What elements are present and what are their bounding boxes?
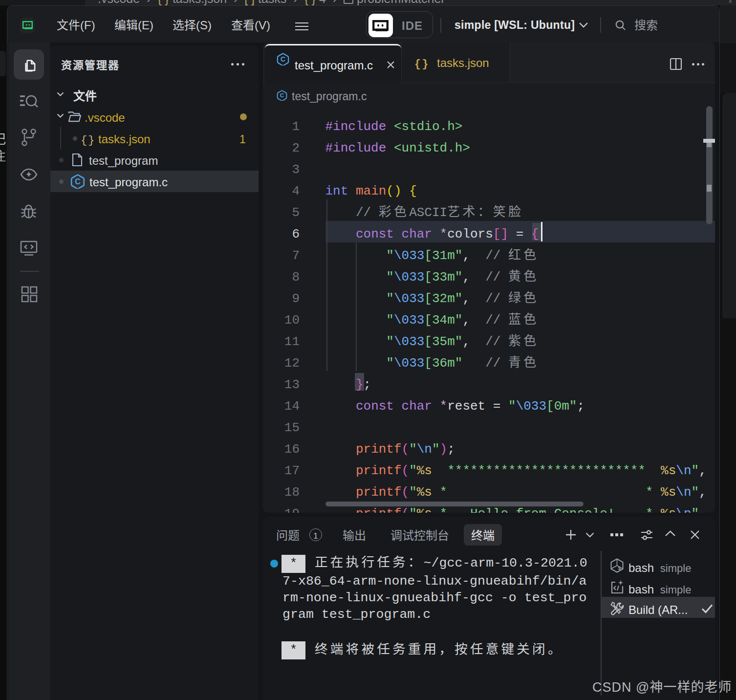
svg-text:C: C bbox=[75, 177, 81, 186]
svg-text:C: C bbox=[281, 55, 285, 63]
svg-text:$: $ bbox=[618, 566, 621, 571]
svg-text:C: C bbox=[280, 92, 284, 98]
